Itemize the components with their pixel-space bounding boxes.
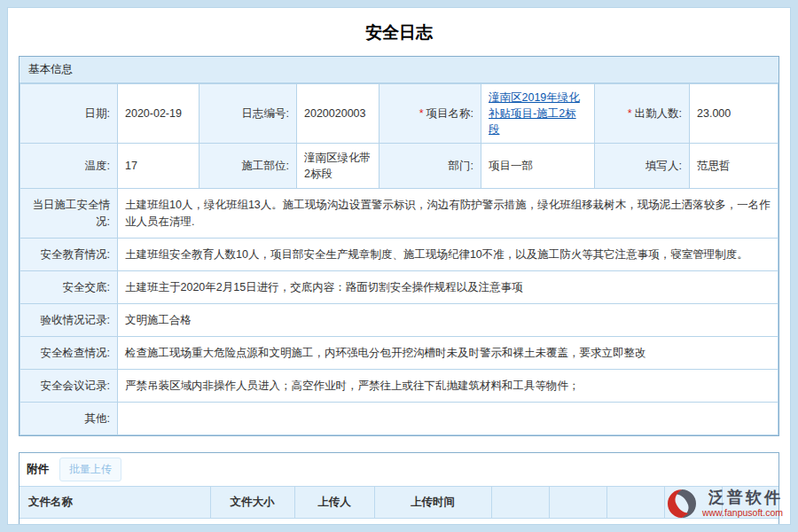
table-row: 温度: 17 施工部位: 潼南区绿化带2标段 部门: 项目一部 填写人: 范思哲 — [20, 144, 778, 189]
safety-briefing-label: 安全交底: — [20, 270, 118, 303]
table-row: 日期: 2020-02-19 日志编号: 2020020003 *项目名称: 潼… — [20, 84, 778, 144]
project-name-label: *项目名称: — [379, 84, 481, 144]
table-row: 安全会议记录: 严禁吊装区域内非操作人员进入；高空作业时，严禁往上或往下乱抛建筑… — [20, 370, 778, 403]
safety-meeting-label: 安全会议记录: — [20, 370, 118, 403]
table-row: 其他: — [20, 403, 778, 435]
temperature-label: 温度: — [20, 144, 118, 189]
field-label-text: 填写人: — [645, 160, 682, 172]
acceptance-record-label: 验收情况记录: — [20, 303, 118, 336]
app-viewport: 安全日志 基本信息 日期: 2020-02-19 日志编号: 202002000… — [0, 0, 798, 532]
page-title: 安全日志 — [8, 8, 790, 56]
brand-url: www.fanpusoft.com — [702, 507, 783, 519]
attachments-toolbar: 附件 批量上传 — [20, 453, 778, 486]
safety-meeting-value: 严禁吊装区域内非操作人员进入；高空作业时，严禁往上或往下乱抛建筑材料和工具等物件… — [118, 370, 778, 403]
basic-info-table: 日期: 2020-02-19 日志编号: 2020020003 *项目名称: 潼… — [20, 83, 778, 435]
col-header-empty — [491, 487, 549, 519]
log-number-value: 2020020003 — [297, 84, 379, 144]
safety-inspection-value: 检查施工现场重大危险点源和文明施工，内环强电分包开挖沟槽时未及时警示和裸土未覆盖… — [118, 337, 778, 370]
table-row: 安全交底: 土建班主于2020年2月15日进行，交底内容：路面切割安全操作规程以… — [20, 270, 778, 303]
safety-inspection-label: 安全检查情况: — [20, 337, 118, 370]
brand-logo: 泛普软件 www.fanpusoft.com — [667, 489, 783, 519]
project-name-value: 潼南区2019年绿化补贴项目-施工2标段 — [481, 84, 595, 144]
fanpu-logo-icon — [667, 489, 697, 519]
attachments-empty-area — [20, 519, 778, 524]
project-link[interactable]: 潼南区2019年绿化补贴项目-施工2标段 — [489, 91, 580, 136]
col-header-upload-time: 上传时间 — [374, 487, 491, 519]
section-spacer — [8, 436, 790, 452]
required-marker: * — [419, 107, 424, 120]
writer-value: 范思哲 — [690, 144, 778, 189]
other-label: 其他: — [20, 403, 118, 435]
field-label-text: 出勤人数: — [635, 107, 682, 120]
basic-info-section-header: 基本信息 — [20, 57, 778, 83]
date-value: 2020-02-19 — [118, 84, 200, 144]
table-row: 安全教育情况: 土建班组安全教育人数10人，项目部安全生产规章制度、施工现场纪律… — [20, 238, 778, 270]
field-label-text: 日期: — [85, 107, 110, 120]
safety-briefing-value: 土建班主于2020年2月15日进行，交底内容：路面切割安全操作规程以及注意事项 — [118, 270, 778, 303]
brand-name: 泛普软件 — [708, 489, 783, 507]
field-label-text: 部门: — [449, 160, 473, 172]
temperature-value: 17 — [118, 144, 200, 189]
date-label: 日期: — [20, 84, 118, 144]
table-row: 当日施工安全情况: 土建班组10人，绿化班组13人。施工现场沟边设置警示标识，沟… — [20, 189, 778, 238]
col-header-uploader: 上传人 — [294, 487, 374, 519]
daily-safety-value: 土建班组10人，绿化班组13人。施工现场沟边设置警示标识，沟边有防护警示措施，绿… — [118, 189, 778, 238]
col-header-empty — [606, 487, 664, 519]
department-value: 项目一部 — [481, 144, 595, 189]
safety-log-page: 安全日志 基本信息 日期: 2020-02-19 日志编号: 202002000… — [7, 7, 791, 525]
other-value — [118, 403, 778, 435]
department-label: 部门: — [379, 144, 481, 189]
construction-part-label: 施工部位: — [200, 144, 297, 189]
required-marker: * — [628, 107, 632, 120]
batch-upload-button[interactable]: 批量上传 — [59, 458, 121, 481]
field-label-text: 施工部位: — [242, 160, 289, 172]
attendance-label: *出勤人数: — [595, 84, 690, 144]
field-label-text: 项目名称: — [426, 107, 473, 120]
attachments-panel: 附件 批量上传 文件名称 文件大小 上传人 上传时间 — [19, 452, 779, 524]
attachments-table: 文件名称 文件大小 上传人 上传时间 — [20, 486, 778, 519]
attachments-header-row: 文件名称 文件大小 上传人 上传时间 — [20, 487, 778, 519]
daily-safety-label: 当日施工安全情况: — [20, 189, 118, 238]
writer-label: 填写人: — [595, 144, 690, 189]
safety-education-value: 土建班组安全教育人数10人，项目部安全生产规章制度、施工现场纪律10不准，以及施… — [118, 238, 778, 270]
safety-education-label: 安全教育情况: — [20, 238, 118, 270]
log-number-label: 日志编号: — [200, 84, 297, 144]
col-header-file-name: 文件名称 — [20, 487, 210, 519]
construction-part-value: 潼南区绿化带2标段 — [297, 144, 379, 189]
acceptance-record-value: 文明施工合格 — [118, 303, 778, 336]
attachments-title: 附件 — [27, 462, 49, 477]
col-header-file-size: 文件大小 — [210, 487, 294, 519]
table-row: 安全检查情况: 检查施工现场重大危险点源和文明施工，内环强电分包开挖沟槽时未及时… — [20, 337, 778, 370]
brand-text-block: 泛普软件 www.fanpusoft.com — [702, 489, 783, 518]
basic-info-panel: 基本信息 日期: 2020-02-19 日志编号: 2020020003 *项目… — [19, 56, 779, 436]
table-row: 验收情况记录: 文明施工合格 — [20, 303, 778, 336]
field-label-text: 日志编号: — [242, 107, 289, 120]
field-label-text: 温度: — [85, 160, 110, 172]
attendance-value: 23.000 — [690, 84, 778, 144]
col-header-empty — [549, 487, 606, 519]
